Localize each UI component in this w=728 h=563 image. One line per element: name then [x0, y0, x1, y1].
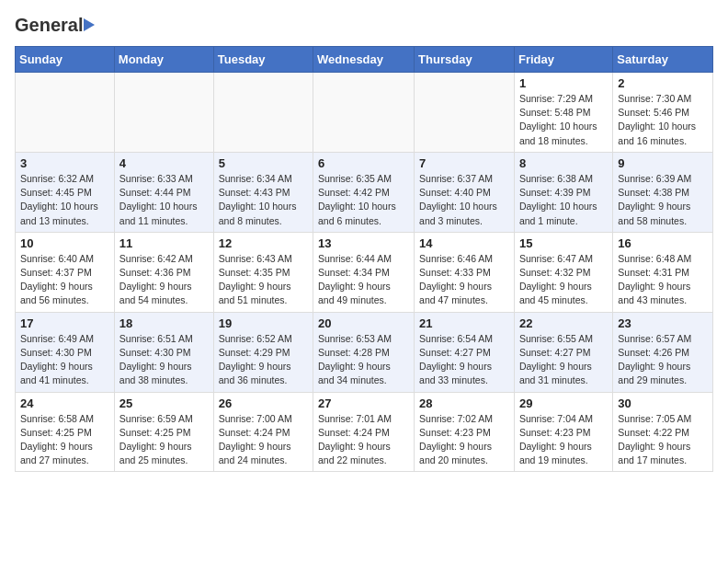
day-info: Sunrise: 7:29 AM Sunset: 5:48 PM Dayligh…	[519, 92, 608, 148]
calendar-week-1: 1Sunrise: 7:29 AM Sunset: 5:48 PM Daylig…	[16, 73, 713, 153]
day-number: 7	[419, 156, 509, 170]
day-info: Sunrise: 6:52 AM Sunset: 4:29 PM Dayligh…	[219, 332, 308, 388]
logo: General	[15, 15, 95, 35]
logo-general: General	[15, 15, 83, 35]
weekday-header-tuesday: Tuesday	[213, 47, 313, 73]
day-number: 4	[119, 156, 209, 170]
day-number: 27	[318, 396, 409, 410]
weekday-header-sunday: Sunday	[16, 47, 115, 73]
day-info: Sunrise: 6:38 AM Sunset: 4:39 PM Dayligh…	[519, 172, 608, 228]
day-number: 30	[618, 396, 708, 410]
day-number: 11	[119, 236, 209, 250]
calendar-cell: 24Sunrise: 6:58 AM Sunset: 4:25 PM Dayli…	[16, 392, 115, 472]
calendar-cell: 13Sunrise: 6:44 AM Sunset: 4:34 PM Dayli…	[313, 232, 415, 312]
weekday-header-saturday: Saturday	[613, 47, 713, 73]
calendar-cell: 23Sunrise: 6:57 AM Sunset: 4:26 PM Dayli…	[613, 312, 713, 392]
day-info: Sunrise: 6:43 AM Sunset: 4:35 PM Dayligh…	[219, 252, 308, 308]
calendar-cell: 21Sunrise: 6:54 AM Sunset: 4:27 PM Dayli…	[415, 312, 515, 392]
header: General	[15, 15, 713, 35]
day-number: 23	[618, 316, 708, 330]
calendar-cell: 14Sunrise: 6:46 AM Sunset: 4:33 PM Dayli…	[415, 232, 515, 312]
day-number: 22	[519, 316, 608, 330]
day-info: Sunrise: 6:58 AM Sunset: 4:25 PM Dayligh…	[20, 412, 109, 468]
day-number: 28	[419, 396, 509, 410]
calendar-cell: 8Sunrise: 6:38 AM Sunset: 4:39 PM Daylig…	[514, 152, 612, 232]
weekday-header-friday: Friday	[514, 47, 612, 73]
calendar-week-3: 10Sunrise: 6:40 AM Sunset: 4:37 PM Dayli…	[16, 232, 713, 312]
day-info: Sunrise: 6:34 AM Sunset: 4:43 PM Dayligh…	[219, 172, 308, 228]
calendar-cell: 28Sunrise: 7:02 AM Sunset: 4:23 PM Dayli…	[415, 392, 515, 472]
day-number: 8	[519, 156, 608, 170]
day-number: 19	[219, 316, 308, 330]
day-number: 1	[519, 76, 608, 90]
calendar-cell: 26Sunrise: 7:00 AM Sunset: 4:24 PM Dayli…	[213, 392, 313, 472]
day-number: 21	[419, 316, 509, 330]
day-info: Sunrise: 6:55 AM Sunset: 4:27 PM Dayligh…	[519, 332, 608, 388]
day-number: 20	[318, 316, 409, 330]
day-info: Sunrise: 6:42 AM Sunset: 4:36 PM Dayligh…	[119, 252, 209, 308]
calendar-cell: 7Sunrise: 6:37 AM Sunset: 4:40 PM Daylig…	[415, 152, 515, 232]
day-number: 26	[219, 396, 308, 410]
calendar-cell: 3Sunrise: 6:32 AM Sunset: 4:45 PM Daylig…	[16, 152, 115, 232]
calendar-cell: 1Sunrise: 7:29 AM Sunset: 5:48 PM Daylig…	[514, 73, 612, 153]
day-info: Sunrise: 6:39 AM Sunset: 4:38 PM Dayligh…	[618, 172, 708, 228]
calendar-cell: 4Sunrise: 6:33 AM Sunset: 4:44 PM Daylig…	[114, 152, 213, 232]
day-number: 13	[318, 236, 409, 250]
day-info: Sunrise: 7:05 AM Sunset: 4:22 PM Dayligh…	[618, 412, 708, 468]
day-info: Sunrise: 6:47 AM Sunset: 4:32 PM Dayligh…	[519, 252, 608, 308]
calendar-cell: 16Sunrise: 6:48 AM Sunset: 4:31 PM Dayli…	[613, 232, 713, 312]
day-info: Sunrise: 7:04 AM Sunset: 4:23 PM Dayligh…	[519, 412, 608, 468]
calendar-cell: 25Sunrise: 6:59 AM Sunset: 4:25 PM Dayli…	[114, 392, 213, 472]
day-number: 16	[618, 236, 708, 250]
weekday-header-row: SundayMondayTuesdayWednesdayThursdayFrid…	[16, 47, 713, 73]
day-info: Sunrise: 6:37 AM Sunset: 4:40 PM Dayligh…	[419, 172, 509, 228]
day-info: Sunrise: 6:40 AM Sunset: 4:37 PM Dayligh…	[20, 252, 109, 308]
day-info: Sunrise: 6:35 AM Sunset: 4:42 PM Dayligh…	[318, 172, 409, 228]
calendar-body: 1Sunrise: 7:29 AM Sunset: 5:48 PM Daylig…	[16, 73, 713, 472]
calendar-week-4: 17Sunrise: 6:49 AM Sunset: 4:30 PM Dayli…	[16, 312, 713, 392]
day-number: 9	[618, 156, 708, 170]
day-number: 17	[20, 316, 109, 330]
day-number: 10	[20, 236, 109, 250]
calendar-cell	[313, 73, 415, 153]
day-number: 6	[318, 156, 409, 170]
day-info: Sunrise: 6:49 AM Sunset: 4:30 PM Dayligh…	[20, 332, 109, 388]
calendar-cell: 10Sunrise: 6:40 AM Sunset: 4:37 PM Dayli…	[16, 232, 115, 312]
calendar-cell	[415, 73, 515, 153]
day-number: 18	[119, 316, 209, 330]
calendar-cell: 18Sunrise: 6:51 AM Sunset: 4:30 PM Dayli…	[114, 312, 213, 392]
calendar-cell	[114, 73, 213, 153]
day-number: 25	[119, 396, 209, 410]
day-info: Sunrise: 6:51 AM Sunset: 4:30 PM Dayligh…	[119, 332, 209, 388]
calendar-cell	[213, 73, 313, 153]
day-info: Sunrise: 6:46 AM Sunset: 4:33 PM Dayligh…	[419, 252, 509, 308]
calendar-cell	[16, 73, 115, 153]
calendar-cell: 20Sunrise: 6:53 AM Sunset: 4:28 PM Dayli…	[313, 312, 415, 392]
day-info: Sunrise: 7:30 AM Sunset: 5:46 PM Dayligh…	[618, 92, 708, 148]
calendar-table: SundayMondayTuesdayWednesdayThursdayFrid…	[15, 46, 713, 472]
day-info: Sunrise: 6:44 AM Sunset: 4:34 PM Dayligh…	[318, 252, 409, 308]
day-number: 29	[519, 396, 608, 410]
calendar-cell: 9Sunrise: 6:39 AM Sunset: 4:38 PM Daylig…	[613, 152, 713, 232]
calendar-cell: 5Sunrise: 6:34 AM Sunset: 4:43 PM Daylig…	[213, 152, 313, 232]
day-number: 12	[219, 236, 308, 250]
day-info: Sunrise: 6:48 AM Sunset: 4:31 PM Dayligh…	[618, 252, 708, 308]
calendar-cell: 17Sunrise: 6:49 AM Sunset: 4:30 PM Dayli…	[16, 312, 115, 392]
calendar-cell: 27Sunrise: 7:01 AM Sunset: 4:24 PM Dayli…	[313, 392, 415, 472]
day-number: 3	[20, 156, 109, 170]
day-info: Sunrise: 6:59 AM Sunset: 4:25 PM Dayligh…	[119, 412, 209, 468]
day-number: 2	[618, 76, 708, 90]
calendar-week-2: 3Sunrise: 6:32 AM Sunset: 4:45 PM Daylig…	[16, 152, 713, 232]
day-info: Sunrise: 6:57 AM Sunset: 4:26 PM Dayligh…	[618, 332, 708, 388]
day-info: Sunrise: 7:00 AM Sunset: 4:24 PM Dayligh…	[219, 412, 308, 468]
calendar-cell: 19Sunrise: 6:52 AM Sunset: 4:29 PM Dayli…	[213, 312, 313, 392]
calendar-cell: 6Sunrise: 6:35 AM Sunset: 4:42 PM Daylig…	[313, 152, 415, 232]
day-number: 15	[519, 236, 608, 250]
calendar-cell: 22Sunrise: 6:55 AM Sunset: 4:27 PM Dayli…	[514, 312, 612, 392]
day-number: 24	[20, 396, 109, 410]
day-info: Sunrise: 6:53 AM Sunset: 4:28 PM Dayligh…	[318, 332, 409, 388]
calendar-week-5: 24Sunrise: 6:58 AM Sunset: 4:25 PM Dayli…	[16, 392, 713, 472]
day-info: Sunrise: 6:32 AM Sunset: 4:45 PM Dayligh…	[20, 172, 109, 228]
calendar-cell: 15Sunrise: 6:47 AM Sunset: 4:32 PM Dayli…	[514, 232, 612, 312]
calendar-cell: 30Sunrise: 7:05 AM Sunset: 4:22 PM Dayli…	[613, 392, 713, 472]
